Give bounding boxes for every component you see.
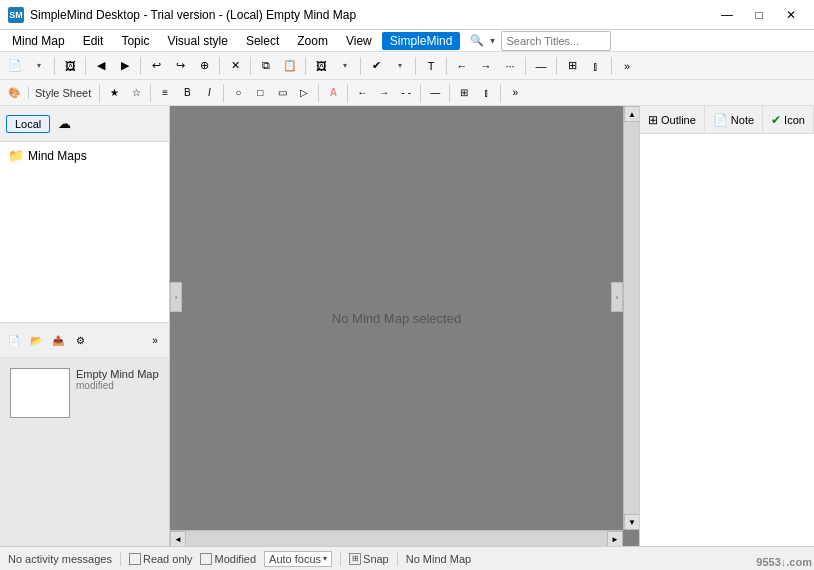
outline-icon: ⊞ bbox=[648, 113, 658, 127]
thumbnail-item[interactable]: Empty Mind Map modified bbox=[8, 366, 161, 420]
table-btn[interactable]: ⊞ bbox=[454, 83, 474, 103]
scroll-left-btn[interactable]: ◄ bbox=[170, 531, 186, 546]
left-expand-arrow[interactable]: › bbox=[170, 282, 182, 312]
scroll-down-btn[interactable]: ▼ bbox=[624, 514, 639, 530]
more-btn[interactable]: » bbox=[616, 55, 638, 77]
folder-icon: 📁 bbox=[8, 148, 24, 163]
tab-outline[interactable]: ⊞ Outline bbox=[640, 106, 705, 133]
sep5 bbox=[250, 57, 251, 75]
circle-btn[interactable]: ○ bbox=[228, 83, 248, 103]
canvas-area[interactable]: No Mind Map selected bbox=[170, 106, 623, 530]
maximize-button[interactable]: □ bbox=[744, 5, 774, 25]
tab-icon[interactable]: ✔ Icon bbox=[763, 106, 814, 133]
scroll-h-track[interactable] bbox=[186, 531, 607, 546]
img2-btn[interactable]: 🖼 bbox=[310, 55, 332, 77]
scroll-right-btn[interactable]: ► bbox=[607, 531, 623, 546]
line-btn[interactable]: — bbox=[530, 55, 552, 77]
horizontal-scrollbar[interactable]: ◄ ► bbox=[170, 530, 623, 546]
thumb-details: Empty Mind Map modified bbox=[76, 368, 159, 391]
new-btn[interactable]: 📄 bbox=[4, 55, 26, 77]
style-icon[interactable]: 🎨 bbox=[4, 83, 24, 103]
bold-btn[interactable]: B bbox=[177, 83, 197, 103]
check-dropdown[interactable]: ▾ bbox=[389, 55, 411, 77]
t2sep7 bbox=[449, 84, 450, 102]
menu-simplemind[interactable]: SimpleMind bbox=[382, 32, 461, 50]
conn-left-btn[interactable]: ← bbox=[352, 83, 372, 103]
open-folder-btn[interactable]: 📂 bbox=[26, 330, 46, 350]
main-layout: Local ☁ 📁 Mind Maps 📄 📂 📤 ⚙ » Empty Mind… bbox=[0, 106, 814, 546]
menu-zoom[interactable]: Zoom bbox=[289, 32, 336, 50]
scroll-v-track[interactable] bbox=[624, 122, 639, 514]
snap-checkbox[interactable]: ⊞ bbox=[349, 553, 361, 565]
dash-btn[interactable]: - - bbox=[396, 83, 416, 103]
align-left-btn[interactable]: ≡ bbox=[155, 83, 175, 103]
check-btn[interactable]: ✔ bbox=[365, 55, 387, 77]
redo-btn[interactable]: ↪ bbox=[169, 55, 191, 77]
arrow-right-btn[interactable]: → bbox=[475, 55, 497, 77]
t2sep2 bbox=[150, 84, 151, 102]
search-input[interactable] bbox=[506, 35, 606, 47]
readonly-checkbox[interactable] bbox=[129, 553, 141, 565]
color-btn[interactable]: A bbox=[323, 83, 343, 103]
thumb-preview bbox=[10, 368, 70, 418]
italic-btn[interactable]: I bbox=[199, 83, 219, 103]
expand-left-btn[interactable]: » bbox=[145, 330, 165, 350]
img2-dropdown[interactable]: ▾ bbox=[334, 55, 356, 77]
line2-btn[interactable]: — bbox=[425, 83, 445, 103]
menu-topic[interactable]: Topic bbox=[113, 32, 157, 50]
menu-visualstyle[interactable]: Visual style bbox=[159, 32, 235, 50]
nav-fwd-btn[interactable]: ▶ bbox=[114, 55, 136, 77]
cloud-btn[interactable]: ☁ bbox=[54, 114, 74, 134]
close-button[interactable]: ✕ bbox=[776, 5, 806, 25]
star1-btn[interactable]: ★ bbox=[104, 83, 124, 103]
rect2-btn[interactable]: ▭ bbox=[272, 83, 292, 103]
autofocus-dropdown[interactable]: Auto focus ▾ bbox=[264, 551, 332, 567]
rect-btn[interactable]: □ bbox=[250, 83, 270, 103]
text-btn[interactable]: T bbox=[420, 55, 442, 77]
more-tb2-btn[interactable]: » bbox=[505, 83, 525, 103]
right-expand-arrow[interactable]: ‹ bbox=[611, 282, 623, 312]
canvas-placeholder: No Mind Map selected bbox=[332, 311, 461, 326]
conn-right-btn[interactable]: → bbox=[374, 83, 394, 103]
paste-btn[interactable]: 📋 bbox=[279, 55, 301, 77]
scroll-up-btn[interactable]: ▲ bbox=[624, 106, 639, 122]
vertical-scrollbar[interactable]: ▲ ▼ bbox=[623, 106, 639, 530]
new-file-btn[interactable]: 📄 bbox=[4, 330, 24, 350]
minimize-button[interactable]: — bbox=[712, 5, 742, 25]
new-dropdown[interactable]: ▾ bbox=[28, 55, 50, 77]
copy-btn[interactable]: ⧉ bbox=[255, 55, 277, 77]
local-btn[interactable]: Local bbox=[6, 115, 50, 133]
star2-btn[interactable]: ☆ bbox=[126, 83, 146, 103]
modified-checkbox[interactable] bbox=[200, 553, 212, 565]
undo-btn[interactable]: ↩ bbox=[145, 55, 167, 77]
dots-btn[interactable]: ··· bbox=[499, 55, 521, 77]
grid-btn[interactable]: ⊞ bbox=[561, 55, 583, 77]
icon-tab-icon: ✔ bbox=[771, 113, 781, 127]
title-bar-left: SM SimpleMind Desktop - Trial version - … bbox=[8, 7, 356, 23]
menu-select[interactable]: Select bbox=[238, 32, 287, 50]
sep8 bbox=[415, 57, 416, 75]
delete-btn[interactable]: ✕ bbox=[224, 55, 246, 77]
img-btn[interactable]: 🖼 bbox=[59, 55, 81, 77]
arrow-left-btn[interactable]: ← bbox=[451, 55, 473, 77]
nav-back-btn[interactable]: ◀ bbox=[90, 55, 112, 77]
status-activity: No activity messages bbox=[8, 553, 112, 565]
open-btn[interactable]: 📤 bbox=[48, 330, 68, 350]
cols-btn[interactable]: ⫿ bbox=[585, 55, 607, 77]
no-mindmap-label: No Mind Map bbox=[406, 553, 471, 565]
sep11 bbox=[556, 57, 557, 75]
options-btn[interactable]: ⚙ bbox=[70, 330, 90, 350]
menu-view[interactable]: View bbox=[338, 32, 380, 50]
tab-note[interactable]: 📄 Note bbox=[705, 106, 763, 133]
rows-btn[interactable]: ⫿ bbox=[476, 83, 496, 103]
tree-item-mindmaps[interactable]: 📁 Mind Maps bbox=[4, 146, 165, 165]
menu-edit[interactable]: Edit bbox=[75, 32, 112, 50]
menu-mindmap[interactable]: Mind Map bbox=[4, 32, 73, 50]
left-panel: Local ☁ 📁 Mind Maps 📄 📂 📤 ⚙ » Empty Mind… bbox=[0, 106, 170, 546]
readonly-label: Read only bbox=[143, 553, 193, 565]
shape3-btn[interactable]: ▷ bbox=[294, 83, 314, 103]
sep3 bbox=[140, 57, 141, 75]
file-tree: 📁 Mind Maps bbox=[0, 142, 169, 322]
zoom-fit-btn[interactable]: ⊕ bbox=[193, 55, 215, 77]
search-icon-btn[interactable]: 🔍 bbox=[466, 30, 488, 52]
